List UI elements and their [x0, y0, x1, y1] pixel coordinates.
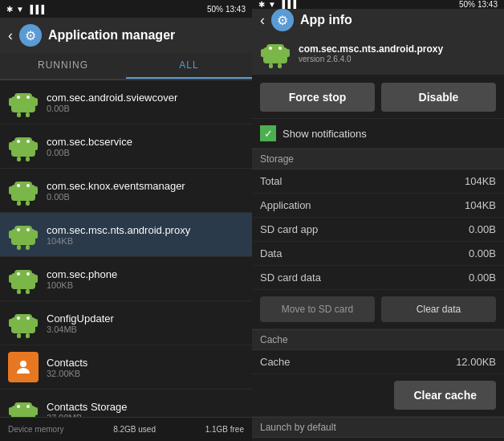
svg-rect-61	[261, 49, 265, 57]
app-size: 0.00B	[47, 148, 132, 157]
bluetooth-icon: ✱	[6, 5, 13, 14]
svg-rect-29	[34, 231, 38, 239]
app-manager-title: Application manager	[48, 28, 175, 43]
app-info-title: App info	[300, 13, 352, 27]
time-display: 13:43	[478, 0, 498, 9]
svg-point-11	[26, 140, 30, 143]
list-item[interactable]: com.sec.bcservice 0.00B	[0, 125, 252, 169]
svg-rect-53	[9, 407, 13, 415]
svg-rect-14	[17, 157, 21, 161]
svg-rect-36	[9, 275, 13, 283]
package-name: com.sec.msc.nts.android.proxy	[299, 43, 443, 55]
svg-rect-62	[286, 49, 290, 57]
svg-rect-38	[17, 289, 21, 294]
svg-point-19	[26, 184, 30, 187]
list-item[interactable]: com.sec.android.sviewcover 0.00B	[0, 80, 252, 125]
disable-button[interactable]: Disable	[381, 83, 496, 112]
app-size: 104KB	[47, 236, 190, 246]
back-button[interactable]: ‹	[8, 27, 13, 44]
cache-label: Cache	[260, 356, 291, 368]
move-to-sd-button[interactable]: Move to SD card	[260, 296, 375, 322]
app-icon-sviewcover	[8, 87, 39, 117]
list-item-highlighted[interactable]: com.sec.msc.nts.android.proxy 104KB	[0, 213, 252, 257]
svg-rect-45	[34, 319, 38, 327]
svg-rect-21	[34, 186, 38, 194]
svg-rect-7	[26, 112, 30, 117]
svg-rect-12	[9, 142, 13, 150]
cache-value: 12.00KB	[456, 356, 496, 368]
right-status-bar: ✱ ▼ ▐▐▐ 50% 13:43	[252, 0, 504, 9]
app-details: com.sec.knox.eventsmanager 0.00B	[47, 180, 185, 202]
right-status-icons: ✱ ▼ ▐▐▐	[258, 0, 296, 9]
svg-rect-64	[278, 63, 282, 68]
app-icon-contacts	[8, 352, 39, 382]
svg-point-51	[17, 405, 20, 408]
gear-icon: ⚙	[19, 24, 42, 47]
force-stop-button[interactable]: Force stop	[260, 83, 375, 112]
gear-icon: ⚙	[271, 9, 294, 31]
notifications-checkbox[interactable]: ✓	[260, 125, 276, 141]
wifi-icon: ▼	[16, 5, 24, 14]
total-label: Total	[260, 175, 282, 187]
svg-rect-54	[34, 407, 38, 415]
svg-point-3	[26, 96, 30, 99]
svg-rect-20	[9, 186, 13, 194]
app-size: 100KB	[47, 280, 117, 290]
battery-icon: 50%	[207, 5, 223, 14]
left-status-icons: ✱ ▼ ▐▐▐	[6, 5, 44, 14]
app-size: 0.00B	[47, 192, 185, 202]
svg-rect-23	[26, 201, 30, 206]
time-display: 13:43	[226, 5, 246, 14]
cache-section-header: Cache	[252, 329, 504, 350]
app-icon-knox	[8, 175, 39, 206]
svg-point-59	[269, 47, 272, 50]
tab-running[interactable]: RUNNING	[0, 53, 126, 79]
svg-point-10	[17, 140, 20, 143]
back-button[interactable]: ‹	[260, 12, 265, 29]
app-name: com.sec.bcservice	[47, 136, 132, 148]
app-size: 32.00KB	[47, 369, 87, 378]
device-memory-label: Device memory	[8, 425, 63, 434]
app-list: com.sec.android.sviewcover 0.00B com.sec…	[0, 80, 252, 417]
tab-all[interactable]: ALL	[126, 53, 252, 79]
svg-rect-22	[17, 201, 21, 206]
app-name: com.sec.msc.nts.android.proxy	[47, 224, 190, 236]
svg-point-26	[17, 228, 20, 231]
package-version: version 2.6.4.0	[299, 55, 443, 63]
list-item[interactable]: com.sec.knox.eventsmanager 0.00B	[0, 169, 252, 213]
app-details: Contacts 32.00KB	[47, 357, 87, 378]
action-buttons: Force stop Disable	[252, 75, 504, 118]
left-app-header: ‹ ⚙ Application manager	[0, 18, 252, 53]
list-item[interactable]: ConfigUpdater 3.04MB	[0, 301, 252, 345]
tabs-bar: RUNNING ALL	[0, 53, 252, 80]
app-icon-contacts-storage	[8, 396, 39, 417]
svg-rect-4	[9, 98, 13, 106]
storage-used: 8.2GB used	[113, 425, 156, 434]
list-item[interactable]: com.sec.phone 100KB	[0, 257, 252, 301]
signal-icon: ▐▐▐	[279, 0, 296, 9]
cache-section: Cache Cache 12.00KB Clear cache	[252, 329, 504, 417]
svg-rect-6	[17, 112, 21, 117]
wifi-icon: ▼	[268, 0, 276, 9]
bluetooth-icon: ✱	[258, 0, 265, 9]
data-value: 0.00B	[469, 247, 496, 259]
signal-icon: ▐▐▐	[27, 5, 44, 14]
svg-point-18	[17, 184, 20, 187]
storage-data-row: Data 0.00B	[252, 242, 504, 266]
storage-application-row: Application 104KB	[252, 194, 504, 218]
left-status-bar: ✱ ▼ ▐▐▐ 50% 13:43	[0, 0, 252, 18]
app-details: ConfigUpdater 3.04MB	[47, 312, 114, 334]
clear-data-button[interactable]: Clear data	[381, 296, 496, 322]
svg-rect-15	[26, 157, 30, 161]
svg-rect-28	[9, 231, 13, 239]
list-item[interactable]: Contacts Storage 27.98MB	[0, 390, 252, 417]
storage-sdcard-row: SD card app 0.00B	[252, 218, 504, 242]
clear-cache-button[interactable]: Clear cache	[394, 381, 496, 410]
notifications-row[interactable]: ✓ Show notifications	[252, 118, 504, 149]
svg-rect-47	[26, 333, 30, 338]
app-size: 0.00B	[47, 104, 177, 113]
svg-point-48	[20, 361, 26, 367]
app-name: com.sec.phone	[47, 268, 117, 280]
app-details: Contacts Storage 27.98MB	[47, 401, 127, 418]
list-item[interactable]: Contacts 32.00KB	[0, 345, 252, 390]
